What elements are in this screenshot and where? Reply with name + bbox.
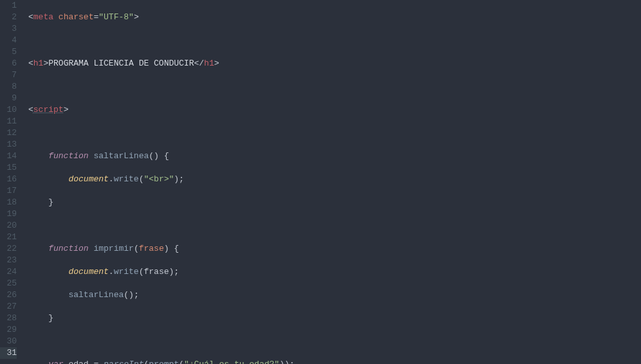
line-number: 30 — [0, 336, 17, 347]
line-number: 20 — [0, 220, 17, 232]
line-number: 14 — [0, 150, 17, 162]
line-number: 10 — [0, 104, 17, 116]
line-number: 27 — [0, 301, 17, 313]
line-number: 31 — [0, 347, 17, 359]
line-number: 5 — [0, 46, 17, 58]
line-number: 21 — [0, 232, 17, 243]
code-line[interactable] — [28, 35, 641, 46]
code-line[interactable]: document.write("<br>"); — [28, 174, 641, 185]
line-number: 9 — [0, 93, 17, 104]
code-line[interactable] — [28, 220, 641, 232]
line-number: 12 — [0, 127, 17, 139]
code-line[interactable]: } — [28, 313, 641, 324]
line-number: 8 — [0, 81, 17, 93]
code-line[interactable]: <meta charset="UTF-8"> — [28, 12, 641, 23]
code-line[interactable]: document.write(frase); — [28, 266, 641, 278]
line-number: 26 — [0, 289, 17, 301]
line-number: 16 — [0, 174, 17, 185]
line-number: 6 — [0, 58, 17, 69]
line-number: 3 — [0, 23, 17, 35]
code-line[interactable]: var edad = parseInt(prompt("¿Cuál es tu … — [28, 359, 641, 364]
code-line[interactable] — [28, 336, 641, 347]
code-editor-area[interactable]: <meta charset="UTF-8"> <h1>PROGRAMA LICE… — [23, 0, 641, 364]
line-number: 24 — [0, 266, 17, 278]
line-number: 19 — [0, 208, 17, 220]
code-line[interactable] — [28, 81, 641, 93]
line-number: 13 — [0, 139, 17, 150]
line-number: 4 — [0, 35, 17, 46]
code-line[interactable] — [28, 127, 641, 139]
line-number: 18 — [0, 197, 17, 208]
line-number-gutter: 1 2 3 4 5 6 7 8 9 10 11 12 13 14 15 16 1… — [0, 0, 23, 364]
line-number: 29 — [0, 324, 17, 336]
line-number: 1 — [0, 0, 17, 12]
code-line[interactable]: <h1>PROGRAMA LICENCIA DE CONDUCIR</h1> — [28, 58, 641, 69]
code-line[interactable]: <script> — [28, 104, 641, 116]
line-number: 17 — [0, 185, 17, 197]
line-number: 15 — [0, 162, 17, 174]
code-line[interactable]: } — [28, 197, 641, 208]
code-line[interactable]: function saltarLinea() { — [28, 150, 641, 162]
line-number: 22 — [0, 243, 17, 255]
code-line[interactable]: saltarLinea(); — [28, 289, 641, 301]
line-number: 25 — [0, 278, 17, 289]
line-number: 7 — [0, 69, 17, 81]
line-number: 2 — [0, 12, 17, 23]
line-number: 28 — [0, 313, 17, 324]
line-number: 11 — [0, 116, 17, 127]
line-number: 23 — [0, 255, 17, 266]
code-line[interactable]: function imprimir(frase) { — [28, 243, 641, 255]
